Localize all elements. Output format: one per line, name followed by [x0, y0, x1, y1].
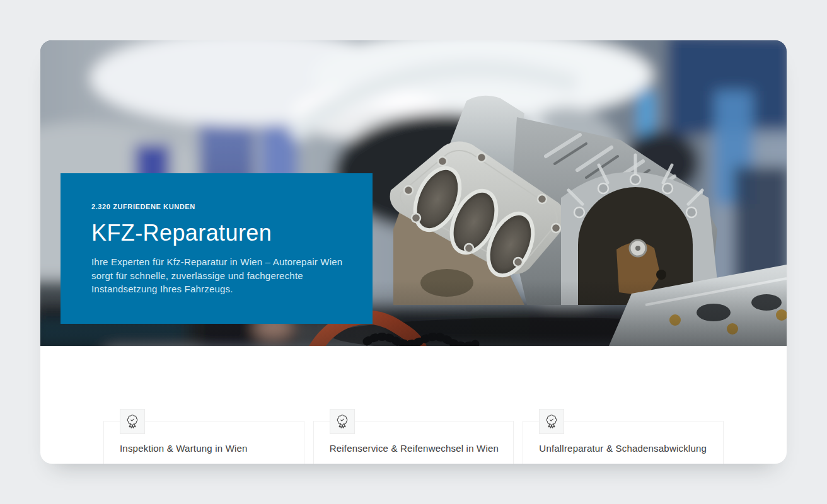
service-card-unfallreparatur[interactable]: Unfallreparatur & Schadensabwicklung: [523, 421, 724, 464]
award-badge-icon: [125, 414, 140, 429]
hero-overlay-panel: 2.320 ZUFRIEDENE KUNDEN KFZ-Reparaturen …: [61, 173, 373, 324]
hero-description: Ihre Experten für Kfz-Reparatur in Wien …: [91, 255, 345, 296]
award-badge-icon: [335, 414, 350, 429]
hero-section: 2.320 ZUFRIEDENE KUNDEN KFZ-Reparaturen …: [40, 40, 787, 346]
icon-tile: [330, 409, 355, 434]
award-badge-icon: [544, 414, 559, 429]
main-card: 2.320 ZUFRIEDENE KUNDEN KFZ-Reparaturen …: [40, 40, 787, 464]
service-card-inspektion-wartung[interactable]: Inspektion & Wartung in Wien: [103, 421, 304, 464]
service-card-reifenservice[interactable]: Reifenservice & Reifenwechsel in Wien: [313, 421, 514, 464]
service-card-title: Inspektion & Wartung in Wien: [120, 443, 248, 454]
services-row: Inspektion & Wartung in Wien Reifenservi…: [103, 421, 724, 464]
service-card-title: Unfallreparatur & Schadensabwicklung: [539, 443, 707, 454]
customers-count-label: 2.320 ZUFRIEDENE KUNDEN: [91, 203, 345, 210]
icon-tile: [120, 409, 145, 434]
icon-tile: [539, 409, 564, 434]
page-background: { "hero": { "eyebrow": "2.320 ZUFRIEDENE…: [0, 0, 827, 504]
service-card-title: Reifenservice & Reifenwechsel in Wien: [330, 443, 499, 454]
page-title: KFZ-Reparaturen: [91, 220, 345, 246]
